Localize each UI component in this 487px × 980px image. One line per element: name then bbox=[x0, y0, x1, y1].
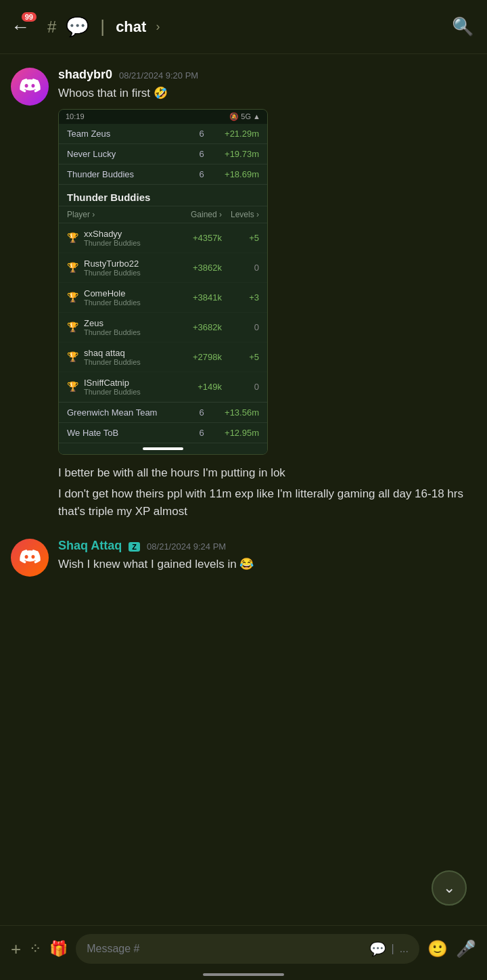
ss-player-name-1: xxShadyy bbox=[84, 229, 175, 239]
discord-logo-icon bbox=[19, 76, 41, 97]
input-cursor: | bbox=[392, 943, 394, 955]
ss-content: Team Zeus 6 +21.29m Never Lucky 6 +19.73… bbox=[59, 124, 267, 454]
ss-team-name-1: Team Zeus bbox=[67, 129, 191, 139]
username-shadybr0: shadybr0 bbox=[58, 68, 112, 82]
timestamp-shaq: 08/21/2024 9:24 PM bbox=[147, 541, 226, 552]
timestamp-shadybr0: 08/21/2024 9:20 PM bbox=[119, 70, 198, 81]
ss-team-xp-2: +19.73m bbox=[212, 149, 259, 159]
scroll-to-bottom-button[interactable]: ⌄ bbox=[432, 870, 467, 906]
message-input[interactable]: Message # 💬 | ... bbox=[76, 934, 419, 964]
ss-section-title: Thunder Buddies bbox=[59, 185, 267, 206]
emoji-button[interactable]: 🙂 bbox=[427, 939, 448, 958]
ss-player-team-4: Thunder Buddies bbox=[84, 328, 175, 336]
ss-levels-4: 0 bbox=[222, 322, 259, 332]
ss-col-levels-header: Levels › bbox=[222, 210, 259, 219]
ss-player-row-2: 🏆 RustyTurbo22 Thunder Buddies +3862k 0 bbox=[59, 253, 267, 283]
ss-team-num-2: 6 bbox=[191, 149, 212, 159]
chat-bubble-icon: 💬 bbox=[66, 16, 89, 38]
ss-team-name-3: Thunder Buddies bbox=[67, 169, 191, 179]
divider: | bbox=[100, 16, 105, 37]
message-text-shadybr0: Whoos that in first 🤣 bbox=[58, 85, 476, 102]
ss-player-row-3: 🏆 ComeHole Thunder Buddies +3841k +3 bbox=[59, 283, 267, 313]
message-text-shadybr0-cont2: I don't get how theirs ppl with 11m exp … bbox=[58, 485, 476, 520]
zmod-badge: Z bbox=[129, 542, 140, 552]
discord-logo-icon-shaq bbox=[19, 547, 41, 569]
ss-team-num-3: 6 bbox=[191, 169, 212, 179]
trophy-icon-3: 🏆 bbox=[67, 292, 78, 303]
screenshot-embed[interactable]: 10:19 🔕 5G ▲ Team Zeus 6 +21.29m bbox=[58, 109, 268, 455]
back-button[interactable]: ← 99 bbox=[11, 16, 30, 38]
avatar-shaq bbox=[11, 539, 49, 577]
ss-player-info-2: RustyTurbo22 Thunder Buddies bbox=[84, 259, 175, 277]
ss-col-headers: Player › Gained › Levels › bbox=[59, 206, 267, 223]
ss-col-player-header: Player › bbox=[67, 210, 175, 219]
ss-bottom-team-xp-2: +12.95m bbox=[212, 428, 259, 438]
username-shaq: Shaq Attaq bbox=[58, 539, 122, 553]
ss-player-name-6: ISniffCatnip bbox=[84, 378, 175, 388]
ss-team-row-1: Team Zeus 6 +21.29m bbox=[59, 124, 267, 144]
ss-gained-4: +3682k bbox=[175, 322, 222, 332]
ss-team-row-2: Never Lucky 6 +19.73m bbox=[59, 144, 267, 164]
message-shadybr0: shadybr0 08/21/2024 9:20 PM Whoos that i… bbox=[11, 68, 476, 520]
ss-levels-3: +3 bbox=[222, 292, 259, 303]
ss-player-team-1: Thunder Buddies bbox=[84, 239, 175, 247]
ss-player-name-4: Zeus bbox=[84, 318, 175, 328]
ss-team-xp-1: +21.29m bbox=[212, 129, 259, 139]
ss-bottom-team-2: We Hate ToB 6 +12.95m bbox=[59, 423, 267, 443]
mic-button[interactable]: 🎤 bbox=[456, 939, 476, 958]
notification-badge: 99 bbox=[22, 12, 37, 22]
chevron-down-icon: ⌄ bbox=[443, 879, 455, 897]
ss-status-bar: 10:19 🔕 5G ▲ bbox=[59, 110, 267, 124]
search-icon[interactable]: 🔍 bbox=[452, 16, 473, 37]
ss-player-row-6: 🏆 ISniffCatnip Thunder Buddies +149k 0 bbox=[59, 372, 267, 402]
ss-gained-1: +4357k bbox=[175, 233, 222, 243]
ss-bottom-team-name-2: We Hate ToB bbox=[67, 428, 191, 438]
ss-team-xp-3: +18.69m bbox=[212, 169, 259, 179]
ss-bottom-team-1: Greenwich Mean Team 6 +13.56m bbox=[59, 403, 267, 423]
ss-player-team-2: Thunder Buddies bbox=[84, 269, 175, 277]
message-body-shadybr0: shadybr0 08/21/2024 9:20 PM Whoos that i… bbox=[58, 68, 476, 520]
message-text-shadybr0-cont1: I better be with all the hours I'm putti… bbox=[58, 464, 476, 482]
ss-bottom-team-name-1: Greenwich Mean Team bbox=[67, 407, 191, 418]
trophy-icon-4: 🏆 bbox=[67, 321, 78, 332]
message-header-shaq: Shaq Attaq Z 08/21/2024 9:24 PM bbox=[58, 539, 476, 553]
ss-bottom-team-xp-1: +13.56m bbox=[212, 407, 259, 418]
channel-chevron-icon: › bbox=[156, 20, 160, 34]
trophy-icon-5: 🏆 bbox=[67, 351, 78, 362]
home-bar bbox=[203, 973, 284, 976]
ss-status-icons: 🔕 5G ▲ bbox=[229, 112, 260, 121]
ss-levels-1: +5 bbox=[222, 233, 259, 243]
ss-scroll-bar bbox=[143, 447, 183, 450]
ss-gained-2: +3862k bbox=[175, 263, 222, 273]
message-header-shadybr0: shadybr0 08/21/2024 9:20 PM bbox=[58, 68, 476, 82]
apps-icon[interactable]: ⁘ bbox=[29, 940, 41, 958]
ss-team-num-1: 6 bbox=[191, 129, 212, 139]
ss-col-gained-header: Gained › bbox=[175, 210, 222, 219]
input-placeholder: Message # bbox=[87, 943, 363, 955]
message-shaq: Shaq Attaq Z 08/21/2024 9:24 PM Wish I k… bbox=[11, 539, 476, 577]
add-button[interactable]: + bbox=[11, 939, 21, 960]
ss-bottom-teams: Greenwich Mean Team 6 +13.56m We Hate To… bbox=[59, 402, 267, 443]
ss-player-info-1: xxShadyy Thunder Buddies bbox=[84, 229, 175, 247]
ss-gained-5: +2798k bbox=[175, 352, 222, 362]
ss-player-info-4: Zeus Thunder Buddies bbox=[84, 318, 175, 336]
hash-icon: # bbox=[47, 18, 56, 37]
header-left: ← 99 # 💬 | chat › bbox=[11, 16, 160, 38]
ss-player-info-6: ISniffCatnip Thunder Buddies bbox=[84, 378, 175, 396]
ss-player-row-1: 🏆 xxShadyy Thunder Buddies +4357k +5 bbox=[59, 223, 267, 253]
ss-levels-5: +5 bbox=[222, 352, 259, 362]
ss-player-info-5: shaq attaq Thunder Buddies bbox=[84, 348, 175, 366]
ss-bottom-team-num-2: 6 bbox=[191, 428, 212, 438]
ss-player-team-3: Thunder Buddies bbox=[84, 298, 175, 307]
channel-name[interactable]: chat bbox=[116, 18, 146, 36]
ss-scroll-indicator bbox=[59, 443, 267, 454]
message-text-shaq: Wish I knew what I gained levels in 😂 bbox=[58, 556, 476, 573]
gift-icon[interactable]: 🎁 bbox=[49, 940, 68, 958]
ss-time: 10:19 bbox=[66, 112, 85, 120]
ss-gained-6: +149k bbox=[175, 382, 222, 392]
ss-levels-2: 0 bbox=[222, 263, 259, 273]
ss-player-name-2: RustyTurbo22 bbox=[84, 259, 175, 269]
avatar-shadybr0 bbox=[11, 68, 49, 106]
ss-player-team-6: Thunder Buddies bbox=[84, 388, 175, 396]
ss-player-info-3: ComeHole Thunder Buddies bbox=[84, 288, 175, 307]
